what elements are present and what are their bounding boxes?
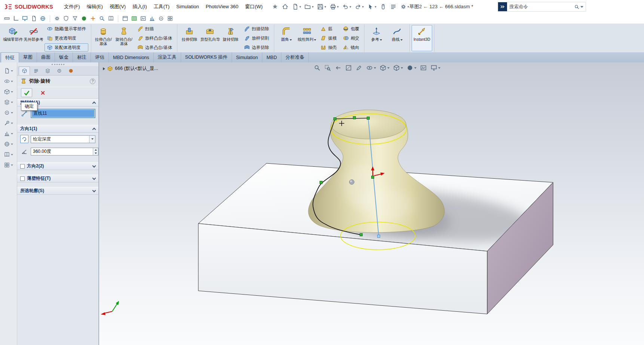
pin-menu-icon[interactable] bbox=[271, 3, 280, 11]
home-button[interactable] bbox=[281, 3, 290, 11]
cube-icon[interactable] bbox=[4, 89, 13, 95]
sphere-icon[interactable] bbox=[81, 15, 87, 22]
axis-endpoint-handle[interactable] bbox=[378, 235, 380, 238]
ruler-icon[interactable] bbox=[4, 15, 10, 22]
menu-view[interactable]: 视图(V) bbox=[106, 0, 129, 13]
axis-selection-box[interactable]: 直线11 bbox=[31, 109, 95, 118]
dimxpertmanager-tab[interactable] bbox=[54, 67, 65, 75]
wrap-button[interactable]: 包覆 bbox=[341, 25, 361, 33]
zoom-area-icon[interactable] bbox=[324, 64, 331, 71]
swept-cut-button[interactable]: 扫描切除 bbox=[242, 25, 271, 33]
assembly-transparency-button[interactable]: 装配体透明度 bbox=[45, 43, 88, 52]
section-view-icon[interactable] bbox=[345, 64, 352, 71]
expand-chevron-icon[interactable] bbox=[92, 176, 96, 180]
chart-icon[interactable] bbox=[4, 130, 13, 137]
lofted-cut-button[interactable]: 放样切割 bbox=[242, 34, 271, 42]
help-icon[interactable]: ? bbox=[90, 78, 95, 84]
reverse-direction-button[interactable] bbox=[20, 135, 28, 143]
spinner-buttons[interactable] bbox=[93, 148, 98, 155]
end-condition-dropdown[interactable]: 给定深度 bbox=[31, 135, 95, 143]
file-properties-button[interactable] bbox=[389, 3, 398, 11]
undo-button[interactable] bbox=[341, 3, 352, 11]
menu-simulation[interactable]: Simulation bbox=[173, 0, 202, 13]
3d-scene-canvas[interactable] bbox=[99, 62, 644, 345]
previous-view-icon[interactable] bbox=[335, 64, 342, 71]
monitor-icon[interactable] bbox=[22, 15, 28, 22]
cancel-button[interactable] bbox=[38, 88, 47, 97]
image-icon[interactable] bbox=[140, 15, 146, 22]
menu-tools[interactable]: 工具(T) bbox=[150, 0, 173, 13]
gear-icon[interactable] bbox=[54, 15, 60, 22]
revolved-cut-button[interactable]: 旋转切除 bbox=[220, 25, 241, 51]
displaymanager-tab[interactable] bbox=[65, 67, 76, 75]
new-document-button[interactable] bbox=[291, 3, 302, 11]
command-search[interactable] bbox=[498, 2, 586, 12]
shield-icon[interactable] bbox=[63, 15, 69, 22]
tab-mbd[interactable]: MBD bbox=[262, 52, 281, 62]
appearance-ball-icon[interactable] bbox=[406, 64, 416, 71]
tab-evaluate[interactable]: 评估 bbox=[91, 52, 109, 62]
open-folder-button[interactable] bbox=[303, 3, 315, 11]
tab-sheet-metal[interactable]: 钣金 bbox=[55, 52, 73, 62]
instant3d-button[interactable]: Instant3D bbox=[412, 25, 432, 51]
globe-icon[interactable] bbox=[40, 15, 46, 22]
eye-icon[interactable] bbox=[4, 78, 13, 84]
grid-icon[interactable] bbox=[4, 162, 13, 168]
magnifier-icon[interactable] bbox=[99, 15, 105, 22]
change-transparency-button[interactable]: 更改透明度 bbox=[45, 34, 88, 42]
note-icon[interactable] bbox=[31, 15, 37, 22]
hole-wizard-button[interactable]: 异型孔向导 bbox=[200, 25, 220, 51]
ok-button[interactable] bbox=[21, 88, 32, 97]
linear-pattern-button[interactable]: 线性阵列 bbox=[297, 25, 317, 51]
view-orientation-cube-icon[interactable] bbox=[379, 64, 390, 71]
reference-geometry-button[interactable]: 参考 bbox=[366, 25, 387, 51]
search-input[interactable] bbox=[507, 4, 574, 9]
direction1-section-header[interactable]: 方向1(1) bbox=[17, 125, 98, 133]
collapse-chevron-icon[interactable] bbox=[92, 102, 96, 105]
boundary-boss-button[interactable]: 边界凸台/基体 bbox=[135, 43, 174, 52]
swept-boss-button[interactable]: 扫描 bbox=[135, 25, 174, 33]
zoom-fit-icon[interactable] bbox=[314, 64, 321, 71]
target-icon[interactable] bbox=[158, 15, 164, 22]
tab-analysis-preparation[interactable]: 分析准备 bbox=[281, 52, 309, 62]
shell-button[interactable]: 抽壳 bbox=[318, 43, 339, 52]
extruded-boss-button[interactable]: 拉伸凸台/基体 bbox=[93, 25, 114, 51]
book-icon[interactable] bbox=[4, 151, 13, 158]
search-icon[interactable] bbox=[574, 4, 580, 10]
selected-axis-item[interactable]: 直线11 bbox=[32, 110, 94, 117]
save-button[interactable] bbox=[316, 3, 327, 11]
globe-icon[interactable] bbox=[4, 141, 13, 147]
boundary-cut-button[interactable]: 边界切除 bbox=[242, 43, 271, 52]
book-icon[interactable] bbox=[108, 15, 114, 22]
chart-icon[interactable] bbox=[149, 15, 155, 22]
hide-show-components-button[interactable]: 隐藏/显示零部件 bbox=[45, 25, 88, 33]
curves-button[interactable]: 曲线 bbox=[387, 25, 408, 51]
direction2-checkbox[interactable] bbox=[20, 164, 25, 169]
intersect-button[interactable]: 相交 bbox=[341, 34, 361, 42]
angle-input[interactable] bbox=[31, 149, 93, 154]
menu-edit[interactable]: 编辑(E) bbox=[83, 0, 106, 13]
graphics-viewport[interactable]: 666 (默认<默认_显... bbox=[99, 62, 644, 345]
expand-chevron-icon[interactable] bbox=[92, 189, 96, 192]
select-cursor-button[interactable] bbox=[366, 3, 378, 11]
annotations-icon[interactable] bbox=[355, 64, 363, 71]
scene-icon[interactable] bbox=[420, 64, 427, 71]
dropdown-caret-icon[interactable] bbox=[89, 136, 95, 143]
expand-chevron-icon[interactable] bbox=[92, 164, 96, 168]
tab-render-tools[interactable]: 渲染工具 bbox=[154, 52, 181, 62]
tab-solidworks-addins[interactable]: SOLIDWORKS 插件 bbox=[181, 52, 232, 62]
tab-features[interactable]: 特征 bbox=[1, 52, 19, 62]
direction2-section-header[interactable]: 方向2(2) bbox=[17, 162, 98, 170]
no-external-references-button[interactable]: 无外部参考 bbox=[23, 25, 44, 51]
window-icon[interactable] bbox=[122, 15, 128, 22]
draft-button[interactable]: 拔模 bbox=[318, 34, 339, 42]
breadcrumb[interactable]: 666 (默认<默认_显... bbox=[103, 65, 158, 72]
menu-photoview360[interactable]: PhotoView 360 bbox=[202, 0, 242, 13]
target-icon[interactable] bbox=[4, 110, 13, 116]
print-button[interactable] bbox=[329, 3, 340, 11]
fillet-button[interactable]: 圆角 bbox=[276, 25, 297, 51]
search-caret-icon[interactable] bbox=[580, 6, 583, 8]
collapse-chevron-icon[interactable] bbox=[92, 128, 96, 132]
display-style-icon[interactable] bbox=[393, 64, 403, 71]
featuremanager-tab[interactable] bbox=[30, 67, 42, 75]
